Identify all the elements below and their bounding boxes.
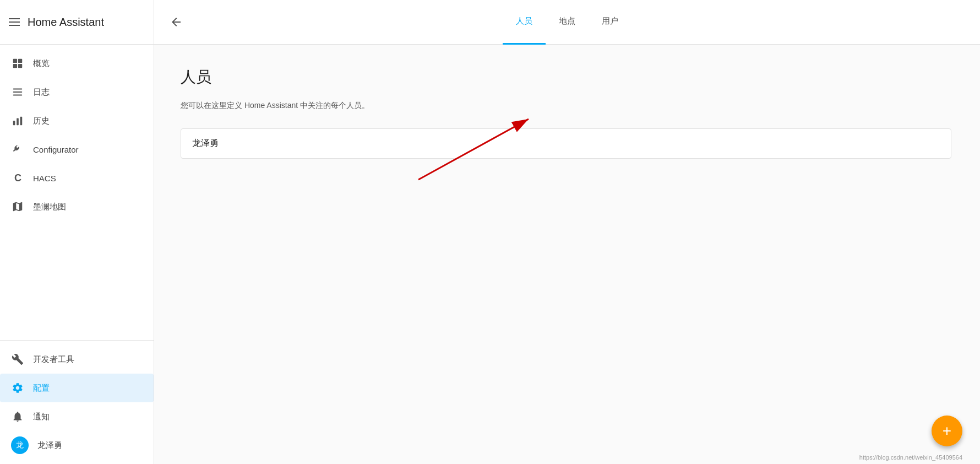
sidebar-item-configurator[interactable]: Configurator — [0, 135, 154, 164]
tab-users[interactable]: 用户 — [589, 0, 631, 45]
sidebar-item-history[interactable]: 历史 — [0, 106, 154, 135]
sidebar: Home Assistant 概览 — [0, 0, 154, 464]
page-title: 人员 — [181, 67, 954, 88]
map-icon — [11, 200, 24, 213]
sidebar-item-config-label: 配置 — [33, 383, 50, 393]
sidebar-item-notifications[interactable]: 通知 — [0, 402, 154, 431]
sidebar-item-hacs-label: HACS — [33, 174, 56, 183]
grid-icon — [11, 57, 24, 70]
tab-locations[interactable]: 地点 — [546, 0, 589, 45]
sidebar-item-map[interactable]: 墨澜地图 — [0, 192, 154, 221]
svg-rect-7 — [13, 121, 15, 125]
sidebar-item-log[interactable]: 日志 — [0, 78, 154, 106]
description: 您可以在这里定义 Home Assistant 中关注的每个人员。 — [181, 101, 954, 111]
svg-rect-2 — [13, 64, 17, 68]
app-title: Home Assistant — [28, 16, 104, 29]
hacs-icon: C — [11, 171, 24, 185]
svg-rect-5 — [13, 91, 23, 93]
gear-icon — [11, 381, 24, 395]
content-area: 人员 您可以在这里定义 Home Assistant 中关注的每个人员。 龙泽勇 — [154, 45, 980, 464]
sidebar-item-log-label: 日志 — [33, 87, 50, 98]
sidebar-nav: 概览 日志 历史 — [0, 45, 154, 340]
menu-icon[interactable] — [9, 18, 20, 26]
add-person-fab[interactable]: + — [932, 416, 962, 446]
sidebar-item-hacs[interactable]: C HACS — [0, 164, 154, 192]
sidebar-item-notifications-label: 通知 — [33, 412, 50, 422]
sidebar-item-overview[interactable]: 概览 — [0, 49, 154, 78]
back-button[interactable] — [165, 11, 187, 33]
sidebar-header: Home Assistant — [0, 0, 154, 45]
sidebar-item-config[interactable]: 配置 — [0, 374, 154, 402]
sidebar-bottom: 开发者工具 配置 通知 龙 龙泽勇 — [0, 340, 154, 464]
svg-rect-6 — [13, 95, 23, 96]
wrench-icon — [11, 143, 24, 156]
person-card[interactable]: 龙泽勇 — [181, 128, 951, 159]
avatar: 龙 — [11, 436, 29, 454]
sidebar-item-map-label: 墨澜地图 — [33, 202, 66, 212]
sidebar-item-devtools-label: 开发者工具 — [33, 354, 74, 365]
sidebar-item-devtools[interactable]: 开发者工具 — [0, 345, 154, 374]
list-icon — [11, 85, 24, 99]
tabs-container: 人员 地点 用户 — [503, 0, 631, 45]
svg-rect-8 — [17, 118, 19, 125]
svg-rect-1 — [18, 59, 22, 63]
main-area: 人员 地点 用户 人员 您可以在这里定义 Home Assistant 中关注的… — [154, 0, 980, 464]
topbar: 人员 地点 用户 — [154, 0, 980, 45]
sidebar-item-user-label: 龙泽勇 — [37, 440, 62, 451]
sidebar-item-configurator-label: Configurator — [33, 145, 79, 154]
devtools-icon — [11, 353, 24, 366]
sidebar-item-overview-label: 概览 — [33, 58, 50, 69]
sidebar-item-user[interactable]: 龙 龙泽勇 — [0, 431, 154, 460]
svg-rect-3 — [18, 64, 22, 68]
svg-rect-9 — [20, 117, 23, 126]
svg-rect-4 — [13, 89, 23, 90]
svg-rect-0 — [13, 59, 17, 63]
tab-persons[interactable]: 人员 — [503, 0, 546, 45]
bar-chart-icon — [11, 114, 24, 127]
sidebar-item-history-label: 历史 — [33, 116, 50, 126]
bell-icon — [11, 410, 24, 423]
person-name: 龙泽勇 — [192, 138, 219, 149]
